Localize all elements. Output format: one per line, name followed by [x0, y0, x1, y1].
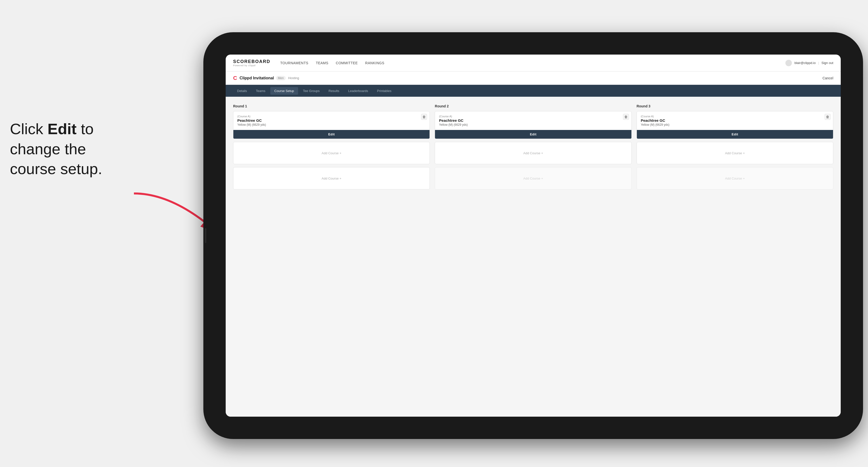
round-3-course-label: (Course A)	[641, 115, 829, 118]
round-2-add-label-1: Add Course +	[523, 151, 543, 155]
rounds-grid: Round 1 (Course A) Peachtree GC Yellow (…	[233, 104, 833, 192]
tablet-screen: SCOREBOARD Powered by clippd TOURNAMENTS…	[226, 55, 841, 417]
round-2-course-name: Peachtree GC	[439, 118, 627, 123]
round-1-column: Round 1 (Course A) Peachtree GC Yellow (…	[233, 104, 430, 192]
tab-course-setup[interactable]: Course Setup	[270, 87, 298, 95]
round-3-add-label-2: Add Course +	[725, 177, 745, 180]
round-1-title: Round 1	[233, 104, 430, 108]
instruction-bold: Edit	[48, 120, 76, 137]
round-1-add-label-1: Add Course +	[322, 151, 341, 155]
round-2-column: Round 2 (Course A) Peachtree GC Yellow (…	[435, 104, 631, 192]
tab-teams[interactable]: Teams	[252, 87, 269, 95]
round-1-course-label: (Course A)	[237, 115, 426, 118]
round-3-column: Round 3 (Course A) Peachtree GC Yellow (…	[637, 104, 833, 192]
round-3-course-name: Peachtree GC	[641, 118, 829, 123]
logo-title: SCOREBOARD	[233, 59, 270, 64]
round-3-edit-button[interactable]: Edit	[637, 130, 833, 138]
tablet-frame: SCOREBOARD Powered by clippd TOURNAMENTS…	[204, 32, 863, 439]
round-3-course-details: Yellow (M) (6629 yds)	[641, 123, 829, 126]
avatar	[785, 60, 792, 66]
nav-user: blair@clippd.io | Sign out	[785, 60, 833, 66]
round-1-add-label-2: Add Course +	[322, 177, 341, 180]
round-3-title: Round 3	[637, 104, 833, 108]
round-2-course-label: (Course A)	[439, 115, 627, 118]
logo-sub: Powered by clippd	[233, 64, 270, 67]
round-1-delete-button[interactable]: 🗑	[421, 114, 427, 120]
nav-links: TOURNAMENTS TEAMS COMMITTEE RANKINGS	[280, 60, 785, 66]
nav-link-committee[interactable]: COMMITTEE	[336, 60, 358, 66]
round-2-course-details: Yellow (M) (6629 yds)	[439, 123, 627, 126]
instruction-text: Click Edit tochange thecourse setup.	[10, 119, 102, 179]
cancel-button[interactable]: Cancel	[823, 76, 833, 80]
round-1-course-card: (Course A) Peachtree GC Yellow (M) (6629…	[233, 111, 430, 139]
round-3-add-course-2: Add Course +	[637, 167, 833, 189]
hosting-status: Hosting	[288, 76, 299, 80]
round-1-edit-button[interactable]: Edit	[234, 130, 430, 138]
round-2-add-course-1[interactable]: Add Course +	[435, 142, 631, 164]
tablet-side-button	[205, 228, 206, 243]
top-nav: SCOREBOARD Powered by clippd TOURNAMENTS…	[226, 55, 841, 71]
round-1-add-course-1[interactable]: Add Course +	[233, 142, 430, 164]
gender-badge: Men	[276, 76, 286, 80]
round-1-course-details: Yellow (M) (6629 yds)	[237, 123, 426, 126]
tab-printables[interactable]: Printables	[373, 87, 395, 95]
tournament-title: Clippd Invitational	[240, 76, 274, 80]
tab-details[interactable]: Details	[233, 87, 251, 95]
nav-link-teams[interactable]: TEAMS	[316, 60, 328, 66]
round-2-delete-button[interactable]: 🗑	[623, 114, 629, 120]
round-1-add-course-2[interactable]: Add Course +	[233, 167, 430, 189]
round-1-course-name: Peachtree GC	[237, 118, 426, 123]
tab-tee-groups[interactable]: Tee Groups	[299, 87, 323, 95]
scoreboard-logo: SCOREBOARD Powered by clippd	[233, 59, 270, 67]
round-2-edit-button[interactable]: Edit	[435, 130, 631, 138]
main-content: Round 1 (Course A) Peachtree GC Yellow (…	[226, 97, 841, 417]
round-3-add-label-1: Add Course +	[725, 151, 745, 155]
round-2-add-label-2: Add Course +	[523, 177, 543, 180]
round-3-delete-button[interactable]: 🗑	[825, 114, 831, 120]
tab-results[interactable]: Results	[324, 87, 343, 95]
brand-logo: C	[233, 75, 237, 81]
round-2-title: Round 2	[435, 104, 631, 108]
nav-link-rankings[interactable]: RANKINGS	[365, 60, 384, 66]
nav-link-tournaments[interactable]: TOURNAMENTS	[280, 60, 308, 66]
sub-header: C Clippd Invitational Men Hosting Cancel	[226, 71, 841, 85]
sign-out-link[interactable]: Sign out	[822, 61, 833, 65]
tab-leaderboards[interactable]: Leaderboards	[344, 87, 372, 95]
tabs-bar: Details Teams Course Setup Tee Groups Re…	[226, 85, 841, 97]
user-email: blair@clippd.io	[794, 61, 815, 65]
round-3-course-card: (Course A) Peachtree GC Yellow (M) (6629…	[637, 111, 833, 139]
round-3-add-course-1[interactable]: Add Course +	[637, 142, 833, 164]
round-2-add-course-2: Add Course +	[435, 167, 631, 189]
round-2-course-card: (Course A) Peachtree GC Yellow (M) (6629…	[435, 111, 631, 139]
